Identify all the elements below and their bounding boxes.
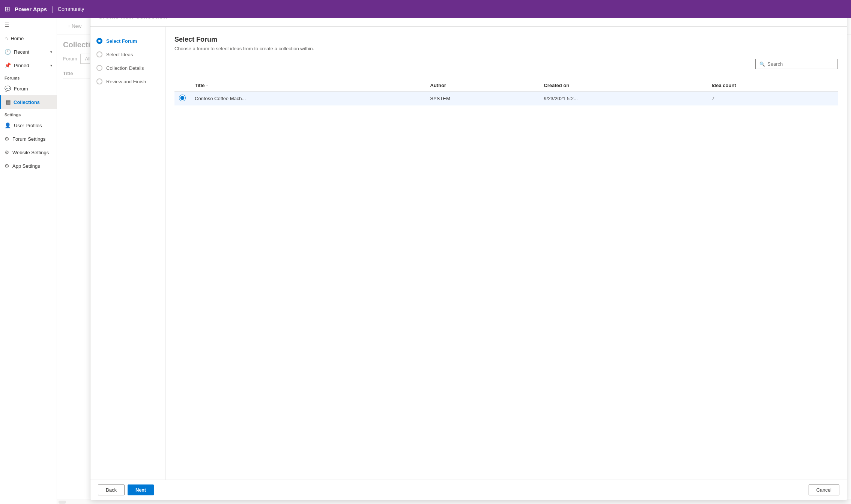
user-profiles-icon: 👤 — [5, 122, 11, 128]
step-4-label: Review and Finish — [106, 79, 146, 84]
forum-search-input[interactable] — [767, 61, 834, 67]
home-icon: ⌂ — [5, 35, 8, 41]
search-icon: 🔍 — [759, 62, 765, 67]
sidebar-item-website-settings[interactable]: ⚙ Website Settings — [0, 146, 57, 159]
sidebar-forum-settings-label: Forum Settings — [12, 136, 45, 142]
title-col-header: Title ↑ — [190, 80, 426, 92]
step-4-circle — [96, 78, 102, 84]
row-title-cell: Contoso Coffee Mach... — [190, 92, 426, 106]
sidebar-item-menu[interactable]: ☰ — [0, 18, 57, 32]
step-1-circle — [96, 38, 102, 44]
step-3-label: Collection Details — [106, 65, 144, 71]
forum-table-header: Title ↑ Author Created on Idea count — [174, 80, 838, 92]
row-created-on-cell: 9/23/2021 5:2... — [539, 92, 707, 106]
pinned-expand-icon: ▾ — [50, 63, 52, 68]
idea-count-col-header: Idea count — [707, 80, 838, 92]
sidebar-user-profiles-label: User Profiles — [14, 123, 42, 128]
row-radio-cell[interactable] — [174, 92, 190, 106]
wizard-step-select-ideas[interactable]: Select Ideas — [90, 48, 165, 61]
sidebar: ☰ ⌂ Home 🕐 Recent ▾ 📌 Pinned ▾ Forums 💬 … — [0, 18, 57, 504]
modal-footer: Back Next Cancel — [90, 480, 847, 500]
select-col-header — [174, 80, 190, 92]
back-button[interactable]: Back — [98, 484, 125, 495]
forums-section-label: Forums — [0, 72, 57, 82]
wizard-content-desc: Choose a forum to select ideas from to c… — [174, 46, 838, 51]
sidebar-collections-label: Collections — [14, 99, 40, 105]
modal-body: Select Forum Select Ideas Collection Det… — [90, 27, 847, 480]
created-on-col-header: Created on — [539, 80, 707, 92]
wizard-step-select-forum[interactable]: Select Forum — [90, 34, 165, 48]
sidebar-pinned-label: Pinned — [14, 63, 29, 68]
step-3-circle — [96, 65, 102, 71]
cancel-button[interactable]: Cancel — [809, 484, 839, 495]
create-collection-modal: Create new collection ✕ Select Forum Sel… — [90, 6, 847, 500]
wizard-content-title: Select Forum — [174, 36, 838, 44]
menu-icon: ☰ — [5, 22, 9, 28]
collections-icon: ▤ — [6, 99, 11, 105]
author-col-header: Author — [426, 80, 539, 92]
wizard-steps-panel: Select Forum Select Ideas Collection Det… — [90, 27, 165, 480]
step-2-circle — [96, 51, 102, 57]
wizard-step-collection-details[interactable]: Collection Details — [90, 61, 165, 75]
sidebar-app-settings-label: App Settings — [12, 163, 40, 169]
grid-icon[interactable]: ⊞ — [5, 5, 10, 13]
website-settings-icon: ⚙ — [5, 149, 9, 155]
next-button[interactable]: Next — [128, 484, 154, 495]
recent-icon: 🕐 — [5, 49, 11, 55]
forum-icon: 💬 — [5, 86, 11, 92]
step-1-label: Select Forum — [106, 38, 137, 44]
topbar: ⊞ Power Apps | Community — [0, 0, 851, 18]
sidebar-item-forum[interactable]: 💬 Forum — [0, 82, 57, 95]
sidebar-item-pinned[interactable]: 📌 Pinned ▾ — [0, 59, 57, 72]
step-2-label: Select Ideas — [106, 52, 133, 57]
settings-section-label: Settings — [0, 109, 57, 119]
forum-settings-icon: ⚙ — [5, 136, 9, 142]
pinned-icon: 📌 — [5, 62, 11, 68]
footer-left-buttons: Back Next — [98, 484, 154, 495]
sidebar-item-user-profiles[interactable]: 👤 User Profiles — [0, 119, 57, 132]
topbar-divider: | — [51, 5, 53, 13]
recent-expand-icon: ▾ — [50, 50, 52, 54]
sidebar-forum-label: Forum — [14, 86, 28, 92]
row-idea-count-cell: 7 — [707, 92, 838, 106]
sidebar-item-home[interactable]: ⌂ Home — [0, 32, 57, 45]
wizard-step-review-finish[interactable]: Review and Finish — [90, 75, 165, 88]
sidebar-item-app-settings[interactable]: ⚙ App Settings — [0, 159, 57, 173]
forum-table-body: Contoso Coffee Mach... SYSTEM 9/23/2021 … — [174, 92, 838, 106]
title-sort-icon[interactable]: ↑ — [206, 84, 208, 88]
sidebar-item-recent[interactable]: 🕐 Recent ▾ — [0, 45, 57, 59]
row-author-cell: SYSTEM — [426, 92, 539, 106]
row-radio-input[interactable] — [179, 95, 186, 101]
forum-search-bar[interactable]: 🔍 — [755, 59, 838, 69]
sidebar-home-label: Home — [11, 36, 24, 41]
wizard-content-area: Select Forum Choose a forum to select id… — [165, 27, 847, 480]
app-settings-icon: ⚙ — [5, 163, 9, 169]
table-row[interactable]: Contoso Coffee Mach... SYSTEM 9/23/2021 … — [174, 92, 838, 106]
app-name: Power Apps — [15, 6, 47, 12]
sidebar-item-collections[interactable]: ▤ Collections — [0, 95, 57, 109]
forum-table: Title ↑ Author Created on Idea count Con… — [174, 80, 838, 105]
sidebar-recent-label: Recent — [14, 49, 29, 55]
sidebar-item-forum-settings[interactable]: ⚙ Forum Settings — [0, 132, 57, 146]
sidebar-website-settings-label: Website Settings — [12, 150, 49, 155]
topbar-community: Community — [58, 6, 84, 12]
